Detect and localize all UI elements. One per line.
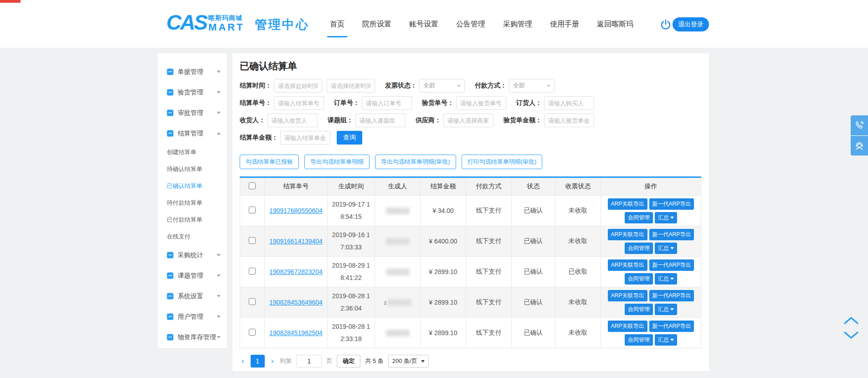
contract-button[interactable]: 合同管理 xyxy=(625,243,653,254)
sidebar-subitem-pending-confirm[interactable]: 待确认结算单 xyxy=(167,161,221,177)
chevron-down-icon xyxy=(217,112,221,114)
created-time: 2019-09-16 17:03:33 xyxy=(330,229,372,253)
sidebar-item-project-group[interactable]: 课题管理 xyxy=(167,265,221,286)
table-header-row: 结算单号 生成时间 生成人 结算金额 付款方式 状态 收票状态 操作 xyxy=(240,177,701,196)
summary-dropdown-button[interactable]: 汇总 xyxy=(655,334,677,346)
top-header: CAS 喀斯玛商城 MART 管理中心 首页 院所设置 账号设置 公告管理 采购… xyxy=(0,0,868,48)
sidebar-item-settlement[interactable]: 结算管理 xyxy=(167,123,221,144)
scroll-up-icon[interactable] xyxy=(842,316,860,326)
row-checkbox[interactable] xyxy=(249,237,256,244)
export-detail-button[interactable]: 导出勾选结算单明细 xyxy=(304,155,370,169)
portal-title: 管理中心 xyxy=(255,16,309,33)
arp-export-button[interactable]: ARP关联导出 xyxy=(608,229,647,240)
settlement-table: 结算单号 生成时间 生成人 结算金额 付款方式 状态 收票状态 操作 19091… xyxy=(240,176,701,348)
export-detail-approval-button[interactable]: 导出勾选结算单明细(审批) xyxy=(375,155,456,169)
page-size-select[interactable]: 200 条/页 xyxy=(388,355,429,368)
sidebar-item-approval[interactable]: 审批管理 xyxy=(167,103,221,123)
sidebar-item-inventory[interactable]: 物资库存管理 xyxy=(167,327,221,347)
nav-institute-settings[interactable]: 院所设置 xyxy=(361,16,392,33)
contract-button[interactable]: 合同管理 xyxy=(625,304,653,315)
select-all-checkbox[interactable] xyxy=(249,182,256,189)
nav-back-casmart[interactable]: 返回喀斯玛 xyxy=(596,16,634,33)
settle-time-label: 结算时间： xyxy=(240,82,272,90)
casmart-logo[interactable]: CAS 喀斯玛商城 MART xyxy=(166,12,245,33)
settle-no-link[interactable]: 190828451982504 xyxy=(269,329,323,337)
phone-contact-button[interactable] xyxy=(851,115,868,135)
sidebar-item-user-management[interactable]: 用户管理 xyxy=(167,306,221,327)
sidebar-subitem-create-settlement[interactable]: 创建结算单 xyxy=(167,144,221,161)
inspect-no-label: 验货单号： xyxy=(422,99,454,107)
settle-no-link[interactable]: 190829672823204 xyxy=(269,268,323,275)
mark-reimbursed-button[interactable]: 勾选结算单已报账 xyxy=(240,155,299,169)
settle-amount-input[interactable] xyxy=(280,131,330,145)
group-label: 课题组： xyxy=(328,116,353,124)
contract-button[interactable]: 合同管理 xyxy=(625,212,653,223)
sidebar-item-label: 验货管理 xyxy=(178,88,217,97)
scroll-down-icon[interactable] xyxy=(842,330,860,340)
settle-no-link[interactable]: 190916614139404 xyxy=(269,238,323,245)
nav-account-settings[interactable]: 账号设置 xyxy=(408,16,439,33)
buyer-label: 订货人： xyxy=(516,99,542,107)
new-arp-export-button[interactable]: 新一代ARP导出 xyxy=(649,321,694,332)
receiver-input[interactable] xyxy=(267,114,318,127)
summary-dropdown-button[interactable]: 汇总 xyxy=(655,212,677,223)
power-icon[interactable] xyxy=(660,19,672,31)
new-arp-export-button[interactable]: 新一代ARP导出 xyxy=(649,290,694,301)
new-arp-export-button[interactable]: 新一代ARP导出 xyxy=(649,198,694,210)
end-time-input[interactable] xyxy=(327,79,375,93)
invoice-status-select[interactable]: 全部 xyxy=(419,79,465,93)
settle-no-link[interactable]: 190917680550604 xyxy=(269,207,323,214)
search-button[interactable]: 查询 xyxy=(337,131,362,145)
start-time-input[interactable] xyxy=(274,79,322,93)
blur-redaction xyxy=(386,269,410,275)
summary-dropdown-button[interactable]: 汇总 xyxy=(655,304,677,315)
row-checkbox[interactable] xyxy=(249,298,256,305)
buyer-input[interactable] xyxy=(544,96,594,110)
page-confirm-button[interactable]: 确定 xyxy=(337,355,360,368)
inspect-no-input[interactable] xyxy=(456,96,506,110)
print-detail-approval-button[interactable]: 打印勾选结算单明细(审批) xyxy=(462,155,543,169)
row-checkbox[interactable] xyxy=(249,329,256,336)
supplier-input[interactable] xyxy=(443,114,493,127)
arp-export-button[interactable]: ARP关联导出 xyxy=(608,321,647,332)
nav-purchase[interactable]: 采购管理 xyxy=(502,16,533,33)
sidebar-subitem-confirmed[interactable]: 已确认结算单 xyxy=(167,177,221,194)
order-no-input[interactable] xyxy=(362,96,412,110)
sidebar-subitem-pending-payment[interactable]: 待付款结算单 xyxy=(167,194,221,211)
nav-announcement[interactable]: 公告管理 xyxy=(455,16,486,33)
status-cell: 已确认 xyxy=(512,257,555,287)
contract-button[interactable]: 合同管理 xyxy=(625,273,653,285)
pay-method-select[interactable]: 全部 xyxy=(509,79,555,93)
sidebar-item-system-settings[interactable]: 系统设置 xyxy=(167,286,221,306)
group-input[interactable] xyxy=(355,114,406,127)
nav-home[interactable]: 首页 xyxy=(329,16,345,33)
sidebar-item-documents[interactable]: 单据管理 xyxy=(167,62,221,82)
summary-dropdown-button[interactable]: 汇总 xyxy=(655,273,677,285)
logo-mart-text: MART xyxy=(208,22,245,32)
customer-service-button[interactable] xyxy=(851,135,868,155)
contract-button[interactable]: 合同管理 xyxy=(625,334,653,346)
settle-no-input[interactable] xyxy=(274,96,324,110)
sidebar-item-purchase-stats[interactable]: 采购统计 xyxy=(167,245,221,265)
settle-no-link[interactable]: 190828453649604 xyxy=(269,299,323,306)
sidebar-subitem-paid[interactable]: 已付款结算单 xyxy=(167,211,221,228)
sidebar-item-inspection[interactable]: 验货管理 xyxy=(167,82,221,103)
inspect-amount-input[interactable] xyxy=(544,114,594,127)
amount-cell: ¥ 6400.00 xyxy=(421,226,466,257)
col-pay: 付款方式 xyxy=(466,177,512,196)
arp-export-button[interactable]: ARP关联导出 xyxy=(608,259,647,271)
logout-button[interactable]: 退出登录 xyxy=(673,17,709,31)
next-page-icon[interactable]: › xyxy=(269,357,276,366)
row-checkbox[interactable] xyxy=(249,207,256,213)
summary-dropdown-button[interactable]: 汇总 xyxy=(655,243,677,254)
sidebar-subitem-online-pay[interactable]: 在线支付 xyxy=(167,228,221,245)
row-checkbox[interactable] xyxy=(249,268,256,274)
arp-export-button[interactable]: ARP关联导出 xyxy=(608,198,647,210)
new-arp-export-button[interactable]: 新一代ARP导出 xyxy=(649,229,694,240)
arp-export-button[interactable]: ARP关联导出 xyxy=(608,290,647,301)
new-arp-export-button[interactable]: 新一代ARP导出 xyxy=(649,259,694,271)
nav-manual[interactable]: 使用手册 xyxy=(549,16,580,33)
prev-page-icon[interactable]: ‹ xyxy=(240,357,246,366)
page-1-button[interactable]: 1 xyxy=(251,355,265,368)
page-number-input[interactable] xyxy=(296,355,322,368)
